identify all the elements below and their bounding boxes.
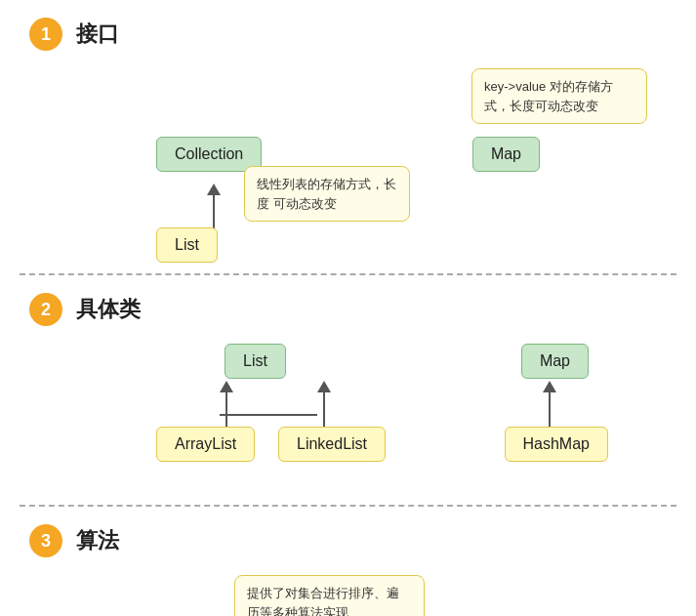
arrow-head — [207, 184, 221, 195]
section-3-num: 3 — [29, 524, 62, 557]
arrow-line — [225, 392, 227, 427]
linkedlist-box: LinkedList — [278, 427, 386, 462]
arraylist-to-list-arrow — [220, 381, 233, 427]
hashmap-box: HashMap — [505, 427, 608, 462]
map-box-2: Map — [521, 344, 589, 379]
section-2-header: 2 具体类 — [29, 293, 667, 326]
section-3-diagram: 提供了对集合进行排序、遍 历等多种算法实现 Collections — [29, 575, 667, 616]
linkedlist-to-list-arrow — [317, 381, 331, 427]
collection-box: Collection — [156, 137, 262, 172]
map-callout: key->value 对的存储方 式，长度可动态改变 — [471, 68, 647, 124]
h-connector-1 — [220, 412, 327, 418]
section-1-num: 1 — [29, 18, 62, 51]
list-callout: 线性列表的存储方式，长度 可动态改变 — [244, 166, 410, 222]
collections-callout: 提供了对集合进行排序、遍 历等多种算法实现 — [234, 575, 425, 616]
section-2-title: 具体类 — [76, 295, 141, 324]
section-1-title: 接口 — [76, 20, 119, 49]
list-box-2: List — [225, 344, 286, 379]
section-2: 2 具体类 List Map ArrayList LinkedList — [0, 275, 696, 505]
arrow-line — [323, 392, 325, 427]
arrow-head — [220, 381, 233, 392]
arrow-head — [543, 381, 556, 392]
section-3: 3 算法 提供了对集合进行排序、遍 历等多种算法实现 Collections — [0, 507, 696, 616]
section-3-header: 3 算法 — [29, 524, 667, 557]
section-2-diagram: List Map ArrayList LinkedList HashMap — [29, 344, 667, 505]
arraylist-box: ArrayList — [156, 427, 255, 462]
section-2-num: 2 — [29, 293, 62, 326]
section-3-title: 算法 — [76, 526, 119, 555]
section-1-diagram: key->value 对的存储方 式，长度可动态改变 Map Collectio… — [29, 68, 667, 273]
hashmap-to-map-arrow — [543, 381, 556, 427]
section-1: 1 接口 key->value 对的存储方 式，长度可动态改变 Map Coll… — [0, 0, 696, 273]
list-box: List — [156, 227, 218, 263]
arrow-line — [549, 392, 551, 427]
map-box: Map — [472, 137, 540, 172]
arrow-head — [317, 381, 331, 392]
section-1-header: 1 接口 — [29, 18, 667, 51]
